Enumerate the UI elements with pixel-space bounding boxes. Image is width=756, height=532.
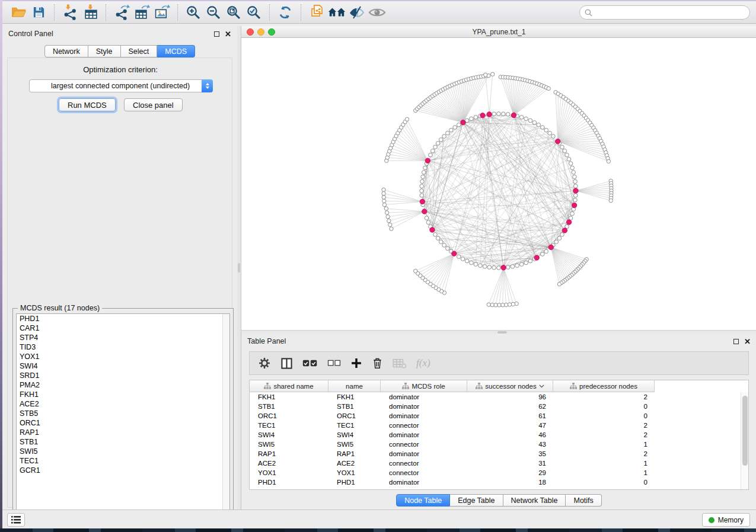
mcds-hub-node[interactable] [487, 112, 492, 117]
mcds-result-item[interactable]: SRD1 [17, 371, 229, 380]
network-node[interactable] [537, 123, 541, 127]
network-node[interactable] [573, 180, 578, 184]
table-scrollbar[interactable] [741, 392, 748, 489]
table-row[interactable]: STB1STB1dominator620 [250, 402, 748, 411]
search-input[interactable] [595, 7, 749, 18]
tab-network-table[interactable]: Network Table [503, 494, 566, 507]
column-header-name[interactable]: name [328, 380, 381, 392]
refresh-button[interactable] [275, 3, 295, 22]
column-header-predecessor-nodes[interactable]: predecessor nodes [553, 380, 655, 392]
network-node[interactable] [563, 149, 567, 153]
zoom-fit-button[interactable] [224, 3, 244, 22]
network-node[interactable] [425, 216, 429, 220]
mcds-result-item[interactable]: STP4 [17, 333, 229, 342]
network-node[interactable] [528, 118, 532, 123]
leaf-node[interactable] [405, 117, 409, 121]
network-node[interactable] [506, 113, 510, 117]
task-history-button[interactable] [7, 513, 25, 527]
mcds-hub-node[interactable] [422, 209, 427, 214]
network-node[interactable] [544, 249, 548, 254]
leaf-node[interactable] [497, 303, 501, 307]
leaf-node[interactable] [557, 282, 561, 286]
network-node[interactable] [457, 123, 461, 127]
table-row[interactable]: SWI4SWI4dominator462 [250, 430, 748, 440]
mcds-result-item[interactable]: STB1 [17, 437, 229, 447]
network-node[interactable] [474, 262, 478, 267]
leaf-node[interactable] [388, 223, 392, 226]
table-settings-button[interactable] [258, 357, 271, 370]
network-node[interactable] [436, 236, 440, 241]
network-canvas[interactable] [241, 38, 756, 330]
network-node[interactable] [570, 211, 575, 216]
mcds-hub-node[interactable] [461, 120, 465, 124]
mcds-result-item[interactable]: RAP1 [17, 428, 229, 437]
network-node[interactable] [560, 233, 564, 237]
float-panel-icon[interactable] [214, 31, 219, 37]
hide-panels-button[interactable] [347, 3, 367, 22]
column-header-MCDS-role[interactable]: MCDS role [381, 380, 467, 392]
mcds-result-item[interactable]: SWI4 [17, 361, 229, 371]
network-node[interactable] [465, 259, 469, 263]
mcds-hub-node[interactable] [501, 265, 506, 270]
network-node[interactable] [445, 131, 449, 135]
close-panel-icon[interactable]: ✕ [744, 339, 751, 344]
tab-edge-table[interactable]: Edge Table [450, 494, 503, 507]
network-node[interactable] [420, 194, 424, 198]
network-node[interactable] [461, 257, 465, 261]
network-node[interactable] [492, 265, 496, 270]
leaf-node[interactable] [382, 191, 385, 195]
table-row[interactable]: TEC1TEC1connector472 [250, 421, 748, 430]
network-node[interactable] [548, 131, 552, 135]
network-node[interactable] [573, 175, 577, 179]
delete-column-button[interactable] [372, 357, 383, 370]
mcds-hub-node[interactable] [534, 255, 539, 260]
network-node[interactable] [457, 255, 461, 259]
splitter-handle[interactable] [238, 263, 240, 273]
network-node[interactable] [429, 153, 433, 157]
mcds-hub-node[interactable] [511, 113, 516, 117]
export-image-button[interactable] [152, 3, 172, 22]
network-node[interactable] [567, 157, 571, 161]
zoom-in-button[interactable] [183, 3, 203, 22]
network-node[interactable] [560, 145, 564, 149]
table-row[interactable]: SWI5SWI5connector431 [250, 440, 748, 449]
home-overview-button[interactable] [327, 3, 347, 22]
network-node[interactable] [515, 264, 519, 268]
network-node[interactable] [433, 145, 438, 149]
table-row[interactable]: ACE2ACE2connector311 [250, 459, 748, 468]
optimization-criterion-dropdown[interactable]: largest connected component (undirected) [29, 79, 213, 92]
import-table-button[interactable] [80, 3, 100, 22]
leaf-node[interactable] [515, 302, 518, 305]
import-network-button[interactable] [60, 3, 80, 22]
network-node[interactable] [565, 153, 569, 157]
network-node[interactable] [479, 264, 483, 268]
tab-network[interactable]: Network [44, 45, 88, 57]
network-node[interactable] [524, 261, 528, 265]
network-node[interactable] [554, 240, 559, 244]
mcds-hub-node[interactable] [548, 245, 553, 249]
window-minimize-icon[interactable] [257, 28, 264, 36]
leaf-node[interactable] [382, 199, 386, 203]
network-node[interactable] [573, 184, 578, 188]
leaf-node[interactable] [501, 303, 505, 307]
network-node[interactable] [423, 166, 428, 170]
network-node[interactable] [570, 166, 575, 170]
mcds-hub-node[interactable] [452, 251, 457, 256]
close-panel-button[interactable]: Close panel [124, 98, 183, 111]
mcds-hub-node[interactable] [480, 113, 485, 118]
leaf-node[interactable] [386, 215, 390, 219]
column-header-shared-name[interactable]: shared name [250, 380, 328, 392]
clone-network-button[interactable] [307, 3, 327, 22]
leaf-node[interactable] [382, 203, 386, 206]
network-node[interactable] [528, 259, 532, 263]
network-node[interactable] [420, 184, 424, 188]
leaf-node[interactable] [508, 303, 511, 306]
leaf-node[interactable] [511, 302, 515, 306]
network-node[interactable] [420, 180, 425, 184]
mcds-hub-node[interactable] [572, 203, 576, 207]
mcds-result-item[interactable]: ACE2 [17, 399, 229, 409]
save-session-button[interactable] [28, 3, 49, 22]
mcds-hub-node[interactable] [556, 139, 560, 143]
close-panel-icon[interactable]: ✕ [225, 31, 231, 37]
mcds-result-item[interactable]: PMA2 [17, 380, 229, 390]
